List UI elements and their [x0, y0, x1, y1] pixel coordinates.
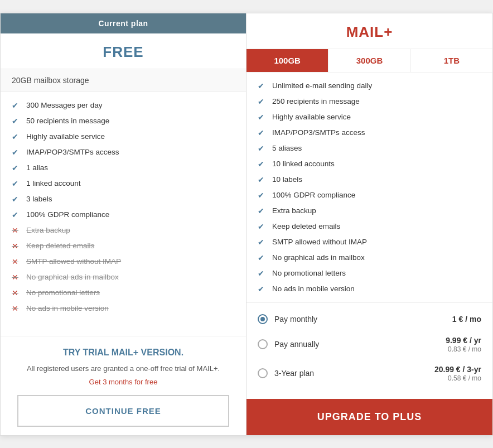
billing-3year-price: 20.99 € / 3-yr 0.58 € / mo [434, 364, 481, 382]
billing-3year[interactable]: 3-Year plan 20.99 € / 3-yr 0.58 € / mo [258, 359, 481, 388]
check-icon: ✔ [12, 117, 21, 126]
list-item: ✔ SMTP allowed without IMAP [258, 234, 481, 250]
check-icon: ✔ [258, 81, 267, 90]
check-icon: ✔ [12, 101, 21, 110]
upgrade-to-plus-button[interactable]: UPGRADE TO PLUS [246, 399, 492, 435]
list-item: ✕ Extra backup [12, 223, 235, 238]
check-icon: ✔ [258, 128, 267, 137]
billing-annually-price: 9.99 € / yr 0.83 € / mo [446, 335, 481, 353]
storage-tab-1tb[interactable]: 1TB [411, 49, 492, 72]
right-panel: MAIL+ 100GB 300GB 1TB ✔ Unlimited e-mail… [246, 13, 492, 435]
list-item: ✕ SMTP allowed without IMAP [12, 254, 235, 269]
billing-3year-radio[interactable] [258, 368, 268, 378]
billing-section: Pay monthly 1 € / mo Pay annually 9.99 €… [246, 302, 492, 396]
cross-icon: ✕ [12, 226, 21, 235]
check-icon: ✔ [258, 269, 267, 278]
billing-annually-label: Pay annually [274, 340, 446, 349]
check-icon: ✔ [258, 191, 267, 200]
current-plan-label: Current plan [98, 19, 148, 28]
free-features-list: ✔ 300 Messages per day ✔ 50 recipients i… [1, 92, 246, 336]
trial-free-months: Get 3 months for free [17, 378, 229, 386]
check-icon: ✔ [12, 132, 21, 141]
list-item: ✕ Keep deleted emails [12, 238, 235, 254]
list-item: ✔ 1 alias [12, 160, 235, 176]
pricing-container: Current plan FREE 20GB mailbox storage ✔… [0, 13, 493, 436]
check-icon: ✔ [12, 163, 21, 172]
list-item: ✔ IMAP/POP3/SMTPs access [258, 125, 481, 141]
billing-3year-label: 3-Year plan [274, 369, 434, 378]
storage-tabs: 100GB 300GB 1TB [246, 49, 492, 73]
check-icon: ✔ [258, 222, 267, 231]
billing-monthly[interactable]: Pay monthly 1 € / mo [258, 309, 481, 330]
list-item: ✔ Unlimited e-mail sending daily [258, 78, 481, 94]
billing-annually[interactable]: Pay annually 9.99 € / yr 0.83 € / mo [258, 330, 481, 359]
check-icon: ✔ [258, 97, 267, 106]
trial-section: TRY TRIAL MAIL+ VERSION. All registered … [1, 336, 246, 435]
check-icon: ✔ [258, 253, 267, 262]
left-panel: Current plan FREE 20GB mailbox storage ✔… [1, 13, 246, 435]
list-item: ✔ 300 Messages per day [12, 98, 235, 113]
cross-icon: ✕ [12, 304, 21, 313]
list-item: ✔ 100% GDPR compliance [258, 187, 481, 203]
cross-icon: ✕ [12, 288, 21, 297]
cross-icon: ✕ [12, 242, 21, 251]
list-item: ✔ 50 recipients in message [12, 113, 235, 129]
check-icon: ✔ [258, 113, 267, 122]
trial-title: TRY TRIAL MAIL+ VERSION. [17, 348, 229, 358]
check-icon: ✔ [258, 206, 267, 215]
check-icon: ✔ [258, 144, 267, 153]
list-item: ✔ IMAP/POP3/SMTPs access [12, 144, 235, 160]
list-item: ✕ No graphical ads in mailbox [12, 269, 235, 285]
list-item: ✔ Extra backup [258, 203, 481, 219]
current-plan-header: Current plan [1, 13, 246, 33]
list-item: ✔ 10 labels [258, 172, 481, 187]
check-icon: ✔ [258, 160, 267, 168]
list-item: ✔ Highly available service [258, 109, 481, 125]
list-item: ✔ 10 linked accounts [258, 156, 481, 172]
list-item: ✔ 100% GDPR compliance [12, 207, 235, 223]
cross-icon: ✕ [12, 257, 21, 266]
cross-icon: ✕ [12, 273, 21, 282]
list-item: ✔ No promotional letters [258, 266, 481, 281]
list-item: ✕ No promotional letters [12, 285, 235, 301]
billing-monthly-radio[interactable] [258, 314, 268, 324]
storage-tab-100gb[interactable]: 100GB [246, 49, 328, 72]
list-item: ✔ No ads in mobile version [258, 281, 481, 297]
check-icon: ✔ [12, 195, 21, 204]
list-item: ✔ 5 aliases [258, 141, 481, 156]
check-icon: ✔ [12, 148, 21, 157]
free-storage-bar: 20GB mailbox storage [1, 69, 246, 92]
mail-plus-title: MAIL+ [246, 13, 492, 49]
billing-annually-radio[interactable] [258, 339, 268, 349]
storage-tab-300gb[interactable]: 300GB [328, 49, 410, 72]
list-item: ✔ 3 labels [12, 191, 235, 207]
check-icon: ✔ [258, 175, 267, 184]
check-icon: ✔ [12, 210, 21, 219]
check-icon: ✔ [258, 238, 267, 247]
list-item: ✔ Highly available service [12, 129, 235, 144]
billing-monthly-label: Pay monthly [274, 315, 452, 324]
list-item: ✕ No ads in mobile version [12, 301, 235, 316]
billing-monthly-price: 1 € / mo [452, 314, 481, 324]
check-icon: ✔ [12, 179, 21, 188]
list-item: ✔ 250 recipients in message [258, 94, 481, 109]
trial-description: All registered users are granted a one-o… [17, 363, 229, 374]
plus-features-list: ✔ Unlimited e-mail sending daily ✔ 250 r… [246, 73, 492, 302]
list-item: ✔ Keep deleted emails [258, 219, 481, 234]
check-icon: ✔ [258, 285, 267, 293]
continue-free-button[interactable]: CONTINUE FREE [17, 395, 229, 427]
free-plan-title: FREE [1, 33, 246, 69]
list-item: ✔ 1 linked account [12, 176, 235, 191]
list-item: ✔ No graphical ads in mailbox [258, 250, 481, 266]
